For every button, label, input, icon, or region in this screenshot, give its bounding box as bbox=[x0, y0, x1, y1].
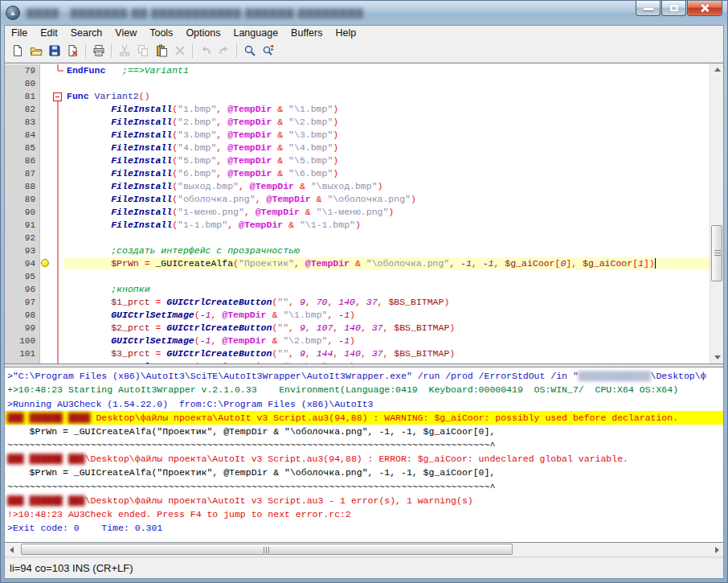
line-number[interactable]: 83 bbox=[5, 116, 40, 129]
code-line-86[interactable]: 86 FileInstall("5.bmp", @TempDir & "\5.b… bbox=[5, 154, 710, 167]
output-line[interactable]: !>10:48:23 AU3Check ended. Press F4 to j… bbox=[7, 507, 723, 521]
code-text[interactable]: FileInstall("1.bmp", @TempDir & "\1.bmp"… bbox=[64, 103, 710, 116]
code-editor-pane[interactable]: 79EndFunc ;==>Variant18081Func Variant2(… bbox=[5, 63, 723, 364]
marker-margin[interactable] bbox=[40, 232, 51, 244]
menu-edit[interactable]: Edit bbox=[34, 27, 64, 39]
line-number[interactable]: 98 bbox=[5, 309, 40, 322]
marker-margin[interactable] bbox=[40, 219, 51, 232]
output-line[interactable]: +>10:48:23 Starting AutoIt3Wrapper v.2.1… bbox=[7, 383, 723, 396]
code-line-102[interactable]: 102 GUICtrlSetImage(-1, @TempDir & "\3.b… bbox=[5, 360, 710, 364]
code-text[interactable]: GUICtrlSetImage(-1, @TempDir & "\2.bmp",… bbox=[64, 335, 710, 347]
code-line-88[interactable]: 88 FileInstall("выход.bmp", @TempDir & "… bbox=[5, 180, 710, 193]
output-line[interactable]: $PrWn = _GUICreateAlfa("Проектик", @Temp… bbox=[7, 466, 723, 479]
line-number[interactable]: 88 bbox=[5, 180, 40, 193]
line-number[interactable]: 87 bbox=[5, 167, 40, 180]
menu-search[interactable]: Search bbox=[64, 27, 109, 39]
scroll-down-button[interactable] bbox=[710, 351, 723, 363]
code-line-100[interactable]: 100 GUICtrlSetImage(-1, @TempDir & "\2.b… bbox=[5, 335, 710, 347]
marker-margin[interactable] bbox=[40, 129, 51, 142]
code-text[interactable]: GUICtrlSetImage(-1, @TempDir & "\1.bmp",… bbox=[64, 309, 710, 322]
maximize-button[interactable] bbox=[661, 1, 686, 16]
marker-margin[interactable] bbox=[40, 309, 51, 322]
output-line[interactable]: ~~~~~~~~~~~~~~~~~~~~~~~~~~~~~~~~~~~~~~~~… bbox=[7, 438, 723, 452]
line-number[interactable]: 84 bbox=[5, 129, 40, 142]
marker-margin[interactable] bbox=[40, 142, 51, 154]
marker-margin[interactable] bbox=[40, 103, 51, 116]
code-text[interactable]: $PrWn = _GUICreateAlfa("Проектик", @Temp… bbox=[64, 257, 710, 270]
code-text[interactable] bbox=[64, 270, 710, 283]
code-line-81[interactable]: 81Func Variant2() bbox=[5, 90, 710, 103]
menu-language[interactable]: Language bbox=[227, 27, 284, 39]
marker-margin[interactable] bbox=[40, 167, 51, 180]
output-line[interactable]: $PrWn = _GUICreateAlfa("Проектик", @Temp… bbox=[7, 425, 723, 438]
line-number[interactable]: 82 bbox=[5, 103, 40, 116]
menu-options[interactable]: Options bbox=[179, 27, 227, 39]
line-number[interactable]: 99 bbox=[5, 322, 40, 335]
code-line-99[interactable]: 99 $2_prct = GUICtrlCreateButton("", 9, … bbox=[5, 322, 710, 335]
marker-margin[interactable] bbox=[40, 154, 51, 167]
marker-margin[interactable] bbox=[40, 322, 51, 335]
new-button[interactable] bbox=[8, 42, 27, 60]
code-line-82[interactable]: 82 FileInstall("1.bmp", @TempDir & "\1.b… bbox=[5, 103, 710, 116]
code-text[interactable]: ;создать интерфейс с прозрачностью bbox=[64, 244, 710, 257]
scroll-left-button[interactable] bbox=[5, 544, 18, 556]
line-number[interactable]: 92 bbox=[5, 232, 40, 244]
output-line[interactable]: >Exit code: 0 Time: 0.301 bbox=[7, 521, 723, 535]
find-button[interactable] bbox=[240, 42, 259, 60]
output-line[interactable]: ███ ██████ ████ Desktop\файлы проекта\Au… bbox=[5, 411, 723, 425]
code-line-93[interactable]: 93 ;создать интерфейс с прозрачностью bbox=[5, 244, 710, 257]
code-text[interactable]: FileInstall("2.bmp", @TempDir & "\2.bmp"… bbox=[64, 116, 710, 129]
marker-margin[interactable] bbox=[40, 193, 51, 206]
marker-margin[interactable] bbox=[40, 257, 51, 270]
app-icon[interactable]: ▲ bbox=[6, 6, 20, 20]
output-pane[interactable]: >"C:\Program Files (x86)\AutoIt3\SciTE\A… bbox=[5, 367, 723, 543]
code-text[interactable]: GUICtrlSetImage(-1, @TempDir & "\3.bmp",… bbox=[64, 360, 710, 364]
menu-tools[interactable]: Tools bbox=[143, 27, 179, 39]
code-text[interactable]: FileInstall("4.bmp", @TempDir & "\4.bmp"… bbox=[64, 142, 710, 154]
line-number[interactable]: 95 bbox=[5, 270, 40, 283]
code-line-98[interactable]: 98 GUICtrlSetImage(-1, @TempDir & "\1.bm… bbox=[5, 309, 710, 322]
close-button[interactable] bbox=[687, 1, 722, 16]
line-number[interactable]: 80 bbox=[5, 77, 40, 90]
code-line-80[interactable]: 80 bbox=[5, 77, 710, 90]
marker-margin[interactable] bbox=[40, 296, 51, 309]
marker-margin[interactable] bbox=[40, 360, 51, 364]
line-number[interactable]: 102 bbox=[5, 360, 40, 364]
code-text[interactable]: FileInstall("3.bmp", @TempDir & "\3.bmp"… bbox=[64, 129, 710, 142]
line-number[interactable]: 94 bbox=[5, 257, 40, 270]
menu-file[interactable]: File bbox=[5, 27, 34, 39]
code-text[interactable]: FileInstall("6.bmp", @TempDir & "\6.bmp"… bbox=[64, 167, 710, 180]
code-text[interactable]: FileInstall("оболочка.png", @TempDir & "… bbox=[64, 193, 710, 206]
editor-scroll-thumb[interactable] bbox=[711, 225, 722, 281]
marker-margin[interactable] bbox=[40, 283, 51, 296]
marker-margin[interactable] bbox=[40, 270, 51, 283]
marker-margin[interactable] bbox=[40, 244, 51, 257]
output-line[interactable]: >"C:\Program Files (x86)\AutoIt3\SciTE\A… bbox=[7, 369, 723, 383]
minimize-button[interactable] bbox=[636, 1, 661, 16]
line-number[interactable]: 101 bbox=[5, 347, 40, 360]
open-button[interactable] bbox=[27, 42, 45, 60]
scroll-up-button[interactable] bbox=[710, 64, 723, 76]
code-text[interactable]: ;кнопки bbox=[64, 283, 710, 296]
code-line-94[interactable]: 94 $PrWn = _GUICreateAlfa("Проектик", @T… bbox=[5, 257, 710, 270]
line-number[interactable]: 91 bbox=[5, 219, 40, 232]
replace-button[interactable] bbox=[259, 42, 277, 60]
line-number[interactable]: 86 bbox=[5, 154, 40, 167]
code-line-96[interactable]: 96 ;кнопки bbox=[5, 283, 710, 296]
menu-view[interactable]: View bbox=[108, 27, 143, 39]
marker-margin[interactable] bbox=[40, 90, 51, 103]
code-line-95[interactable]: 95 bbox=[5, 270, 710, 283]
code-line-97[interactable]: 97 $1_prct = GUICtrlCreateButton("", 9, … bbox=[5, 296, 710, 309]
line-number[interactable]: 81 bbox=[5, 90, 40, 103]
marker-margin[interactable] bbox=[40, 116, 51, 129]
save-button[interactable] bbox=[45, 42, 63, 60]
marker-margin[interactable] bbox=[40, 77, 51, 90]
line-number[interactable]: 89 bbox=[5, 193, 40, 206]
output-line[interactable]: ~~~~~~~~~~~~~~~~~~~~~~~~~~~~~~~~~~~~~~~~… bbox=[7, 480, 723, 494]
scroll-right-button[interactable] bbox=[710, 544, 723, 556]
code-text[interactable]: FileInstall("5.bmp", @TempDir & "\5.bmp"… bbox=[64, 154, 710, 167]
horizontal-scroll-thumb[interactable] bbox=[21, 544, 513, 555]
fold-toggle[interactable] bbox=[51, 90, 64, 103]
menu-help[interactable]: Help bbox=[329, 27, 362, 39]
code-text[interactable]: FileInstall("1-1.bmp", @TempDir & "\1-1.… bbox=[64, 219, 710, 232]
